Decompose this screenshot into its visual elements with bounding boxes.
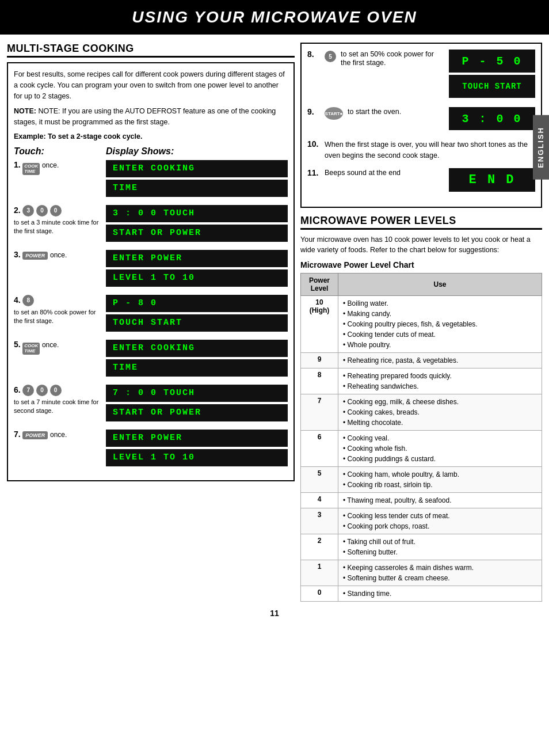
- display-7a: ENTER POWER: [106, 430, 288, 447]
- step-8-description: to set an 50% cook power for the first s…: [341, 50, 434, 67]
- step-10-content: When the first stage is over, you will h…: [325, 139, 535, 161]
- use-3: • Cooking less tender cuts of meat.• Coo…: [338, 508, 542, 534]
- step-11-content: Beeps sound at the end E N D: [325, 168, 535, 194]
- btn-0a: 0: [36, 205, 48, 216]
- example-text: Example: To set a 2-stage cook cycle.: [14, 132, 288, 140]
- right-column: 8. 5 to set an 50% cook power for the fi…: [300, 43, 542, 602]
- table-row: 4 • Thawing meat, poultry, & seafood.: [301, 493, 542, 508]
- column-headers: Touch: Display Shows:: [14, 146, 288, 157]
- left-column: MULTI-STAGE COOKING For best results, so…: [7, 43, 300, 602]
- display-3b: LEVEL 1 TO 10: [106, 269, 288, 287]
- table-row: 9 • Reheating rice, pasta, & vegetables.: [301, 353, 542, 368]
- table-row: 10(High) • Boiling water. • Making candy…: [301, 296, 542, 353]
- level-9: 9: [301, 353, 338, 368]
- level-0: 0: [301, 586, 338, 602]
- power-chart-title: Microwave Power Level Chart: [300, 260, 542, 269]
- level-8: 8: [301, 368, 338, 394]
- btn-0b: 0: [50, 205, 62, 216]
- power-levels-intro: Your microwave oven has 10 cook power le…: [300, 234, 542, 256]
- level-3: 3: [301, 508, 338, 534]
- step-2-right: 3 : 0 0 TOUCH START OR POWER: [106, 205, 288, 244]
- english-label: ENGLISH: [536, 127, 545, 168]
- btn-3: 3: [22, 205, 34, 216]
- power-table: PowerLevel Use 10(High) • Boiling water.…: [300, 273, 542, 602]
- step-6-left: 6. 7 0 0 to set a 7 minute cook time for…: [14, 385, 106, 416]
- display-1a: ENTER COOKING: [106, 160, 288, 177]
- use-7: • Cooking egg, milk, & cheese dishes.• C…: [338, 394, 542, 431]
- step-8-display: P - 5 0 TOUCH START: [449, 50, 535, 100]
- power-btn-3: POWER: [22, 252, 48, 260]
- english-sidebar: ENGLISH: [533, 115, 549, 180]
- use-1: • Keeping casseroles & main dishes warm.…: [338, 560, 542, 586]
- step-6: 6. 7 0 0 to set a 7 minute cook time for…: [14, 385, 288, 424]
- step-4-num: 4.: [14, 295, 21, 304]
- col-use: Use: [338, 273, 542, 296]
- step-11-description: Beeps sound at the end: [325, 169, 401, 177]
- page-title: USING YOUR MICROWAVE OVEN: [0, 8, 549, 26]
- step-3-right: ENTER POWER LEVEL 1 TO 10: [106, 250, 288, 289]
- step-9-text: to start the oven.: [348, 107, 444, 116]
- use-9: • Reheating rice, pasta, & vegetables.: [338, 353, 542, 368]
- step-7-num: 7.: [14, 430, 21, 439]
- step-6-right: 7 : 0 0 TOUCH START OR POWER: [106, 385, 288, 424]
- right-step-9: 9. START● to start the oven. 3 : 0 0: [307, 107, 535, 132]
- step-5-left: 5. COOKTIME once.: [14, 340, 106, 355]
- table-row: 8 • Reheating prepared foods quickly.• R…: [301, 368, 542, 394]
- table-row: 1 • Keeping casseroles & main dishes war…: [301, 560, 542, 586]
- step-1-right: ENTER COOKING TIME: [106, 160, 288, 199]
- display-6b: START OR POWER: [106, 404, 288, 421]
- start-btn: START●: [325, 107, 343, 120]
- multi-stage-title: MULTI-STAGE COOKING: [7, 43, 295, 58]
- btn-7: 7: [22, 385, 34, 396]
- cook-time-btn-1: COOKTIME: [22, 163, 40, 176]
- table-row: 3 • Cooking less tender cuts of meat.• C…: [301, 508, 542, 534]
- step-9-num: 9.: [307, 107, 320, 116]
- table-row: 7 • Cooking egg, milk, & cheese dishes.•…: [301, 394, 542, 431]
- note-text: NOTE: NOTE: If you are using the AUTO DE…: [14, 106, 288, 128]
- step-3-left: 3. POWER once.: [14, 250, 106, 259]
- touch-header: Touch:: [14, 146, 106, 157]
- use-6: • Cooking veal.• Cooking whole fish.• Co…: [338, 431, 542, 467]
- level-4: 4: [301, 493, 338, 508]
- step-1: 1. COOKTIME once. ENTER COOKING TIME: [14, 160, 288, 199]
- step-3-action: once.: [50, 251, 67, 259]
- level-1: 1: [301, 560, 338, 586]
- step-2-num: 2.: [14, 205, 21, 214]
- power-levels-title: MICROWAVE POWER LEVELS: [300, 215, 542, 230]
- step-9-description: to start the oven.: [348, 108, 401, 116]
- display-6a: 7 : 0 0 TOUCH: [106, 385, 288, 402]
- step-5-right: ENTER COOKING TIME: [106, 340, 288, 379]
- level-6: 6: [301, 431, 338, 467]
- table-row: 6 • Cooking veal.• Cooking whole fish.• …: [301, 431, 542, 467]
- display-1b: TIME: [106, 180, 288, 197]
- step-5-num: 5.: [14, 340, 21, 349]
- table-row: 5 • Cooking ham, whole poultry, & lamb.•…: [301, 467, 542, 493]
- table-header-row: PowerLevel Use: [301, 273, 542, 296]
- step-4-right: P - 8 0 TOUCH START: [106, 295, 288, 334]
- table-row: 0 • Standing time.: [301, 586, 542, 602]
- step-7-left: 7. POWER once.: [14, 430, 106, 439]
- right-step-10: 10. When the first stage is over, you wi…: [307, 139, 535, 161]
- step-9-display: 3 : 0 0: [449, 107, 535, 132]
- step-8-num: 8.: [307, 50, 320, 59]
- btn-5: 5: [325, 51, 336, 62]
- step-11-display: E N D: [449, 168, 535, 194]
- btn-8: 8: [22, 295, 34, 306]
- step-3: 3. POWER once. ENTER POWER LEVEL 1 TO 10: [14, 250, 288, 289]
- use-10: • Boiling water. • Making candy. • Cooki…: [338, 296, 542, 353]
- use-4: • Thawing meat, poultry, & seafood.: [338, 493, 542, 508]
- display-2b: START OR POWER: [106, 225, 288, 242]
- step-10-num: 10.: [307, 139, 320, 149]
- table-row: 2 • Taking chill out of fruit.• Softenin…: [301, 534, 542, 560]
- main-content: MULTI-STAGE COOKING For best results, so…: [0, 43, 549, 602]
- step-5: 5. COOKTIME once. ENTER COOKING TIME: [14, 340, 288, 379]
- use-2: • Taking chill out of fruit.• Softening …: [338, 534, 542, 560]
- step-4-subtext: to set an 80% cook power for the first s…: [14, 308, 101, 326]
- step-10-description: When the first stage is over, you will h…: [325, 140, 528, 159]
- step-3-num: 3.: [14, 250, 21, 259]
- right-step-11: 11. Beeps sound at the end E N D: [307, 168, 535, 194]
- display-5b: TIME: [106, 359, 288, 377]
- step-2-left: 2. 3 0 0 to set a 3 minute cook time for…: [14, 205, 106, 236]
- use-5: • Cooking ham, whole poultry, & lamb.• C…: [338, 467, 542, 493]
- use-8: • Reheating prepared foods quickly.• Reh…: [338, 368, 542, 394]
